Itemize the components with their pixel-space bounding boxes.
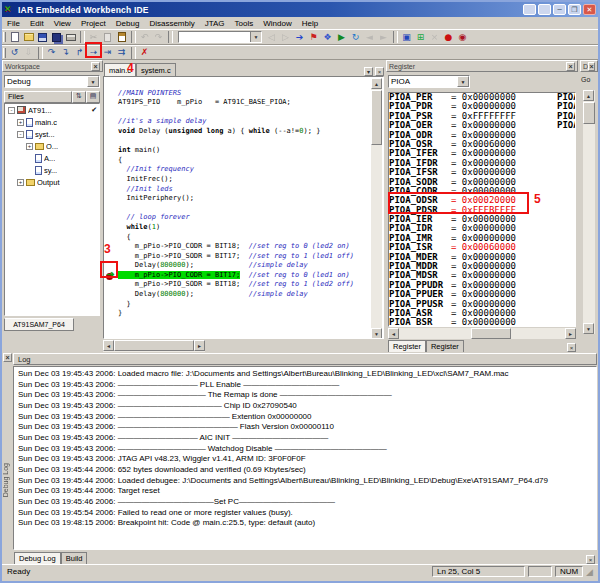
minimize-button[interactable]: ─ bbox=[553, 4, 566, 15]
scroll-right-icon[interactable]: ► bbox=[565, 328, 576, 339]
menu-debug[interactable]: Debug bbox=[111, 19, 145, 28]
titlebar[interactable]: ✕ IAR Embedded Workbench IDE ▾ ─ ❐ ✕ bbox=[2, 2, 598, 17]
expand-icon[interactable]: + bbox=[17, 119, 24, 126]
titlebar-extra-button-1[interactable]: ▾ bbox=[523, 4, 536, 15]
register-header[interactable]: Register × bbox=[386, 60, 578, 72]
tree-item-mainc[interactable]: +main.c bbox=[5, 116, 99, 128]
stop-debugging-button[interactable]: ✗ bbox=[138, 46, 151, 59]
print-button[interactable] bbox=[64, 31, 77, 44]
code-editor[interactable]: //MAIN POINTERSAT91PS_PIO m_pPio = AT91C… bbox=[103, 76, 384, 339]
scrollbar-thumb[interactable] bbox=[583, 102, 595, 124]
toolbar-grip[interactable] bbox=[3, 32, 6, 42]
step-into-button[interactable]: ↴ bbox=[59, 46, 72, 59]
chevron-down-icon[interactable]: ▼ bbox=[250, 32, 261, 42]
find-combo-field[interactable] bbox=[179, 32, 250, 42]
find-combo[interactable]: ▼ bbox=[178, 31, 262, 43]
menu-file[interactable]: File bbox=[2, 19, 25, 28]
new-document-button[interactable] bbox=[8, 31, 21, 44]
close-disassembly-icon[interactable]: × bbox=[588, 62, 595, 71]
tree-item-syst[interactable]: -syst... bbox=[5, 128, 99, 140]
find-previous-button[interactable]: ◁ bbox=[265, 31, 278, 44]
make-restart-debugger-button[interactable]: ⊞ bbox=[414, 31, 427, 44]
scroll-up-icon[interactable]: ▲ bbox=[583, 90, 594, 101]
scroll-down-icon[interactable]: ▼ bbox=[371, 328, 382, 339]
tab-list-icon[interactable]: ▾ bbox=[364, 67, 373, 76]
close-workspace-icon[interactable]: × bbox=[91, 62, 100, 71]
stop-build-button[interactable]: × bbox=[428, 31, 441, 44]
register-tab-2[interactable]: Register bbox=[426, 340, 464, 352]
tab-build[interactable]: Build bbox=[61, 552, 88, 564]
close-button[interactable]: ✕ bbox=[583, 4, 596, 15]
menu-jtag[interactable]: JTAG bbox=[200, 19, 230, 28]
step-over-button[interactable]: ↷ bbox=[45, 46, 58, 59]
redo-button[interactable]: ↷ bbox=[152, 31, 165, 44]
close-tab-icon[interactable]: × bbox=[375, 67, 384, 76]
close-register-icon[interactable]: × bbox=[566, 62, 575, 71]
register-tab-1[interactable]: Register bbox=[388, 340, 426, 352]
log-side-bar[interactable]: × Debug Log bbox=[2, 352, 13, 552]
menu-window[interactable]: Window bbox=[258, 19, 296, 28]
maximize-button[interactable]: ❐ bbox=[568, 4, 581, 15]
register-group-select[interactable]: PIOA ▼ bbox=[388, 75, 470, 88]
go-to-definition-button[interactable]: ➔ bbox=[293, 31, 306, 44]
tree-item-sy[interactable]: sy... bbox=[5, 164, 99, 176]
scroll-down-icon[interactable]: ▼ bbox=[583, 323, 594, 334]
make-button[interactable]: ▶ bbox=[335, 31, 348, 44]
scroll-left-icon[interactable]: ◄ bbox=[388, 328, 399, 339]
editor-horizontal-scrollbar[interactable]: ◄ ► bbox=[103, 340, 205, 352]
workspace-project-tab[interactable]: AT91SAM7_P64 bbox=[4, 318, 74, 331]
editor-gutter[interactable] bbox=[104, 77, 118, 338]
tab-debug-log[interactable]: Debug Log bbox=[14, 552, 61, 564]
scrollbar-thumb[interactable] bbox=[471, 328, 511, 339]
toggle-breakpoint-button[interactable]: ● bbox=[442, 31, 455, 44]
menu-disassembly[interactable]: Disassembly bbox=[144, 19, 199, 28]
configuration-select[interactable]: Debug ▼ bbox=[4, 75, 100, 88]
register-horizontal-scrollbar[interactable]: ◄ ► bbox=[388, 328, 576, 339]
download-and-debug-button[interactable]: ▣ bbox=[400, 31, 413, 44]
tree-item-a[interactable]: A... bbox=[5, 152, 99, 164]
compile-button[interactable]: ↻ bbox=[349, 31, 362, 44]
collapse-icon[interactable]: - bbox=[17, 131, 24, 138]
sort-column-icon[interactable]: ⇅ bbox=[72, 91, 86, 103]
cspy-macros-button[interactable]: ◉ bbox=[456, 31, 469, 44]
collapse-icon[interactable]: - bbox=[8, 107, 15, 114]
reset-button[interactable]: ↺ bbox=[8, 46, 21, 59]
scroll-up-icon[interactable]: ▲ bbox=[371, 78, 382, 89]
save-all-button[interactable] bbox=[50, 31, 63, 44]
paste-button[interactable] bbox=[115, 31, 128, 44]
toggle-bookmark-button[interactable]: ⚑ bbox=[307, 31, 320, 44]
navigate-forward-button[interactable]: ► bbox=[377, 31, 390, 44]
go-button[interactable]: ⇉ bbox=[115, 46, 128, 59]
close-log-icon[interactable]: × bbox=[3, 353, 12, 362]
copy-button[interactable] bbox=[101, 31, 114, 44]
tree-item-output[interactable]: +Output bbox=[5, 176, 99, 188]
open-file-button[interactable] bbox=[22, 31, 35, 44]
editor-vertical-scrollbar[interactable]: ▲ ▼ bbox=[371, 78, 382, 339]
undo-button[interactable]: ↶ bbox=[138, 31, 151, 44]
open-windows-button[interactable]: ❖ bbox=[321, 31, 334, 44]
register-row[interactable]: PIOA_BSR= 0x00000000 bbox=[389, 318, 575, 327]
disassembly-vertical-scrollbar[interactable]: ▲ ▼ bbox=[583, 90, 595, 334]
menu-tools[interactable]: Tools bbox=[230, 19, 259, 28]
find-next-button[interactable]: ▷ bbox=[279, 31, 292, 44]
menu-view[interactable]: View bbox=[49, 19, 76, 28]
break-button[interactable]: ⇩ bbox=[22, 46, 35, 59]
tree-item-o[interactable]: +O... bbox=[5, 140, 99, 152]
scrollbar-thumb[interactable] bbox=[114, 340, 194, 351]
chevron-down-icon[interactable]: ▼ bbox=[457, 76, 469, 87]
titlebar-extra-button-2[interactable] bbox=[538, 4, 551, 15]
tree-item-at91[interactable]: -AT91...✔ bbox=[5, 104, 99, 116]
scrollbar-thumb[interactable] bbox=[371, 90, 382, 145]
menu-help[interactable]: Help bbox=[297, 19, 323, 28]
expand-icon[interactable]: + bbox=[17, 179, 24, 186]
disassembly-header[interactable]: D × bbox=[580, 60, 598, 72]
close-tab-icon[interactable]: × bbox=[567, 343, 576, 352]
menu-project[interactable]: Project bbox=[76, 19, 111, 28]
menu-edit[interactable]: Edit bbox=[25, 19, 49, 28]
run-to-cursor-button[interactable]: ⇥ bbox=[101, 46, 114, 59]
tab-system-c[interactable]: system.c bbox=[136, 63, 176, 76]
chevron-down-icon[interactable]: ▼ bbox=[87, 76, 99, 87]
options-column-icon[interactable]: ▤ bbox=[86, 91, 100, 103]
navigate-back-button[interactable]: ◄ bbox=[363, 31, 376, 44]
close-tab-icon[interactable]: × bbox=[586, 555, 595, 564]
